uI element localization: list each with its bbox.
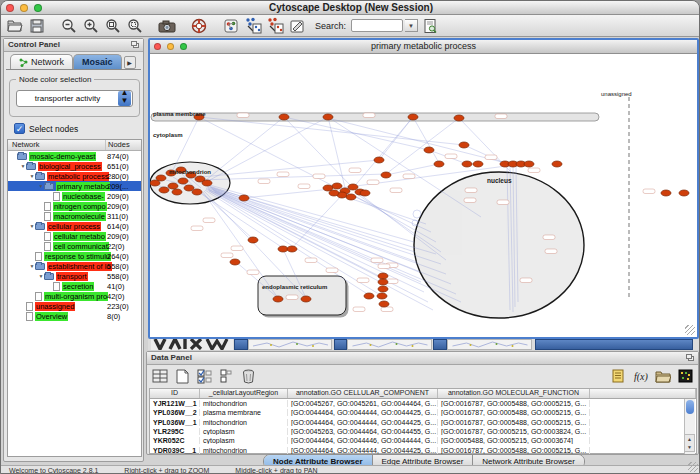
enhanced-search-icon[interactable] [420, 16, 440, 36]
table-row[interactable]: YPL036W__1mitochondrion[GO:0044464, GO:0… [150, 418, 696, 427]
open-session-icon[interactable] [5, 16, 25, 36]
network-node[interactable] [273, 296, 283, 302]
import-folder-icon[interactable] [654, 367, 672, 385]
network-node[interactable] [524, 161, 534, 167]
network-node[interactable] [168, 183, 178, 189]
search-dropdown-arrow[interactable]: ▼ [405, 19, 418, 32]
network-node[interactable] [172, 189, 182, 195]
network-node[interactable] [360, 190, 370, 196]
zoom-fit-icon[interactable] [103, 16, 123, 36]
background-window-bluebox[interactable] [433, 339, 447, 350]
zoom-in-icon[interactable] [81, 16, 101, 36]
network-node[interactable] [377, 293, 387, 299]
network-node[interactable] [348, 184, 358, 190]
delete-attribute-icon[interactable] [239, 367, 257, 385]
background-window-panel[interactable] [248, 339, 332, 350]
network-node[interactable] [159, 187, 169, 193]
network-node[interactable] [178, 178, 188, 184]
layout-blue-icon[interactable] [243, 16, 263, 36]
network-node[interactable] [379, 301, 389, 307]
more-tabs-arrow-icon[interactable]: ▶ [124, 56, 136, 69]
network-node[interactable] [192, 189, 202, 195]
tree-row[interactable]: Overview8(0) [8, 311, 141, 321]
help-icon[interactable] [189, 16, 209, 36]
tree-row[interactable]: macromolecule311(0) [8, 211, 141, 221]
tree-row[interactable]: ▼metabolic process280(0) [8, 171, 141, 181]
network-node[interactable] [202, 180, 212, 186]
tab-network[interactable]: Network [10, 54, 73, 69]
background-window-panel[interactable] [347, 339, 432, 350]
tree-row[interactable]: mosaic-demo-yeast874(0) [8, 151, 141, 161]
network-node[interactable] [378, 279, 388, 285]
background-window-bluebar[interactable] [535, 339, 693, 350]
annotation-icon[interactable] [287, 16, 307, 36]
background-window-glyphs[interactable] [151, 339, 233, 350]
table-column-header[interactable] [590, 389, 696, 398]
network-node[interactable] [408, 114, 418, 120]
network-node[interactable] [378, 286, 388, 292]
network-node[interactable] [287, 246, 297, 252]
background-window-bluebox[interactable] [234, 339, 248, 350]
table-column-header[interactable]: ID [150, 389, 200, 398]
network-node[interactable] [150, 180, 160, 186]
unselect-attributes-icon[interactable] [217, 367, 235, 385]
network-node[interactable] [248, 237, 258, 243]
network-node[interactable] [661, 190, 671, 196]
zoom-selected-icon[interactable] [125, 16, 145, 36]
network-node[interactable] [323, 114, 333, 120]
network-node[interactable] [346, 194, 356, 200]
tree-row[interactable]: ▼establishment of lo558(0) [8, 261, 141, 271]
app-resize-grip[interactable] [688, 462, 698, 472]
table-row[interactable]: YJR121W__1mitochondrion[GO:0045267, GO:0… [150, 399, 696, 408]
network-window-titlebar[interactable]: primary metabolic process [150, 40, 697, 54]
vizmapper-icon[interactable] [221, 16, 241, 36]
network-node[interactable] [332, 183, 342, 189]
tree-row[interactable]: nucleobase-209(0) [8, 191, 141, 201]
node-color-dropdown[interactable]: transporter activity ▲▼ [16, 90, 133, 107]
save-session-icon[interactable] [27, 16, 47, 36]
layout-red-icon[interactable] [265, 16, 285, 36]
tree-row[interactable]: secretion41(0) [8, 281, 141, 291]
network-node[interactable] [230, 259, 240, 265]
snapshot-icon[interactable] [157, 16, 177, 36]
network-node[interactable] [278, 246, 288, 252]
tree-col-network[interactable]: Network [8, 140, 106, 150]
network-node[interactable] [378, 273, 388, 279]
table-column-header[interactable]: _cellularLayoutRegion [200, 389, 288, 398]
tab-mosaic[interactable]: Mosaic [73, 54, 122, 69]
network-node[interactable] [329, 190, 339, 196]
float-panel-icon[interactable] [131, 41, 140, 49]
network-node[interactable] [279, 114, 289, 120]
matrix-icon[interactable] [676, 367, 694, 385]
zoom-out-icon[interactable] [59, 16, 79, 36]
network-node[interactable] [679, 190, 689, 196]
network-node[interactable] [364, 293, 374, 299]
tree-row[interactable]: ▼primary metabo209(... [8, 181, 141, 191]
select-nodes-checkbox[interactable]: ✓ [14, 123, 25, 134]
network-node[interactable] [462, 161, 472, 167]
tree-row[interactable]: nitrogen compo209(0) [8, 201, 141, 211]
scrollbar-thumb[interactable] [686, 400, 694, 414]
new-attribute-icon[interactable] [173, 367, 191, 385]
network-node[interactable] [424, 147, 434, 153]
network-node[interactable] [459, 142, 469, 148]
network-node[interactable] [473, 161, 483, 167]
notes-icon[interactable] [610, 367, 628, 385]
network-node[interactable] [381, 172, 391, 178]
network-node[interactable] [454, 115, 464, 121]
network-node[interactable] [434, 161, 444, 167]
background-window-bluebox[interactable] [334, 339, 347, 350]
tree-row[interactable]: cell communicat22(0) [8, 241, 141, 251]
table-row[interactable]: YLR295Ccytoplasm[GO:0045263, GO:0044464,… [150, 427, 696, 436]
network-node[interactable] [239, 195, 249, 201]
window-resize-grip[interactable] [685, 325, 695, 335]
table-column-header[interactable]: annotation.GO CELLULAR_COMPONENT [288, 389, 438, 398]
tree-row[interactable]: ▼biological_process651(0) [8, 161, 141, 171]
tree-col-nodes[interactable]: Nodes [106, 140, 141, 150]
network-node[interactable] [552, 161, 562, 167]
table-column-header[interactable]: annotation.GO MOLECULAR_FUNCTION [438, 389, 590, 398]
tree-row[interactable]: ▼transport558(0) [8, 271, 141, 281]
background-window-panel[interactable] [447, 339, 532, 350]
search-input[interactable] [351, 19, 403, 32]
network-canvas[interactable]: plasma membranecytoplasmmitochondrionnuc… [150, 55, 697, 337]
